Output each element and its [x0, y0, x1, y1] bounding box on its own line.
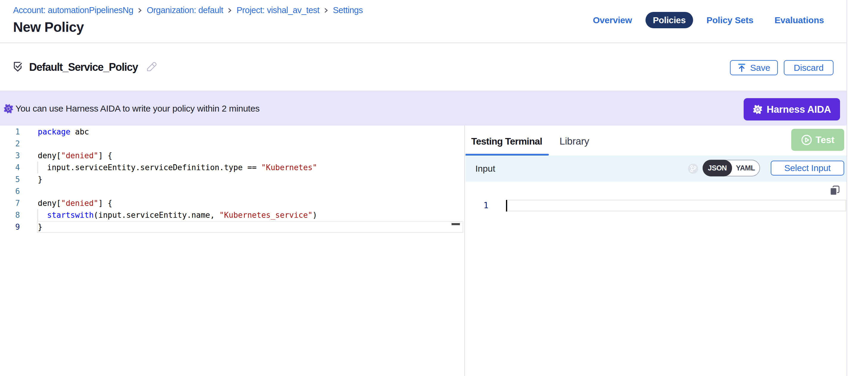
code-lines: package abc deny["denied"] { input.servi…	[38, 126, 317, 233]
line-number-8: 8	[0, 209, 20, 221]
copy-icon[interactable]	[830, 185, 840, 195]
save-label: Save	[750, 63, 770, 73]
line-number-7: 7	[0, 197, 20, 209]
line-number-2: 2	[0, 138, 20, 150]
breadcrumb-project[interactable]: Project: vishal_av_test	[237, 5, 319, 15]
banner-message: You can use Harness AIDA to write your p…	[16, 91, 260, 126]
select-input-label: Select Input	[784, 163, 831, 173]
chevron-right-icon	[138, 7, 142, 14]
page-header: Account: automationPipelinesNg Organizat…	[0, 0, 846, 43]
code-line-7[interactable]: deny["denied"] {	[38, 197, 317, 209]
main-content: Account: automationPipelinesNg Organizat…	[0, 0, 847, 376]
policy-name-group: Default_Service_Policy	[13, 44, 157, 91]
tab-evaluations[interactable]: Evaluations	[775, 15, 824, 25]
test-button[interactable]: Test	[791, 129, 844, 151]
breadcrumb-organization[interactable]: Organization: default	[147, 5, 223, 15]
toggle-json[interactable]: JSON	[703, 160, 732, 177]
policy-toolbar: Default_Service_Policy Save	[0, 44, 846, 91]
policy-name: Default_Service_Policy	[29, 61, 138, 73]
discard-label: Discard	[794, 63, 824, 73]
git-branch-icon	[688, 164, 698, 175]
input-header-row: Input	[466, 156, 846, 182]
line-numbers: 123456789	[0, 126, 20, 233]
testing-terminal-panel: Testing Terminal Library Test Input	[466, 126, 846, 376]
format-toggle: JSON YAML	[703, 160, 760, 177]
code-line-8[interactable]: startswith(input.serviceEntity.name, "Ku…	[38, 209, 317, 221]
input-editor-line-number: 1	[466, 199, 489, 212]
overview-ruler-cursor	[452, 223, 460, 225]
line-number-4: 4	[0, 161, 20, 174]
line-number-1: 1	[0, 126, 20, 138]
breadcrumb-account[interactable]: Account: automationPipelinesNg	[13, 5, 133, 15]
aida-flower-icon-white	[752, 104, 763, 115]
tab-overview[interactable]: Overview	[593, 15, 632, 25]
page-title: New Policy	[13, 19, 84, 35]
save-button[interactable]: Save	[730, 60, 778, 75]
code-line-4[interactable]: input.serviceEntity.serviceDefinition.ty…	[38, 161, 317, 174]
select-input-button[interactable]: Select Input	[771, 161, 844, 176]
input-label: Input	[475, 156, 495, 182]
input-editor[interactable]	[506, 199, 846, 375]
test-label: Test	[816, 134, 834, 146]
code-line-9[interactable]: }	[38, 221, 317, 233]
code-line-2[interactable]	[38, 138, 317, 150]
chevron-right-icon	[324, 7, 329, 14]
page: Account: automationPipelinesNg Organizat…	[0, 0, 868, 376]
chevron-right-icon	[227, 7, 232, 14]
aida-button-label: Harness AIDA	[767, 104, 831, 115]
breadcrumb-settings[interactable]: Settings	[333, 5, 363, 15]
upload-icon	[738, 63, 746, 72]
policy-code-editor[interactable]: 123456789 package abc deny["denied"] { i…	[0, 126, 465, 376]
code-line-5[interactable]: }	[38, 174, 317, 185]
code-line-3[interactable]: deny["denied"] {	[38, 150, 317, 161]
aida-flower-icon	[3, 103, 14, 115]
harness-aida-button[interactable]: Harness AIDA	[744, 98, 840, 121]
code-line-1[interactable]: package abc	[38, 126, 317, 138]
line-number-6: 6	[0, 185, 20, 197]
tab-policies[interactable]: Policies	[646, 12, 693, 28]
line-number-5: 5	[0, 174, 20, 185]
play-circle-icon	[801, 134, 812, 146]
edit-pencil-icon[interactable]	[146, 62, 157, 73]
line-number-3: 3	[0, 150, 20, 161]
toggle-yaml[interactable]: YAML	[732, 160, 760, 177]
code-line-6[interactable]	[38, 185, 317, 197]
tab-policy-sets[interactable]: Policy Sets	[707, 15, 753, 25]
breadcrumb: Account: automationPipelinesNg Organizat…	[13, 5, 363, 15]
discard-button[interactable]: Discard	[784, 60, 834, 75]
tab-library[interactable]: Library	[560, 136, 589, 147]
line-number-9: 9	[0, 221, 20, 233]
header-tabs: Overview Policies Policy Sets Evaluation…	[593, 12, 824, 28]
aida-banner: You can use Harness AIDA to write your p…	[0, 91, 846, 126]
tab-testing-terminal[interactable]: Testing Terminal	[471, 136, 542, 147]
shield-check-icon	[13, 61, 22, 73]
workspace: 123456789 package abc deny["denied"] { i…	[0, 126, 846, 376]
